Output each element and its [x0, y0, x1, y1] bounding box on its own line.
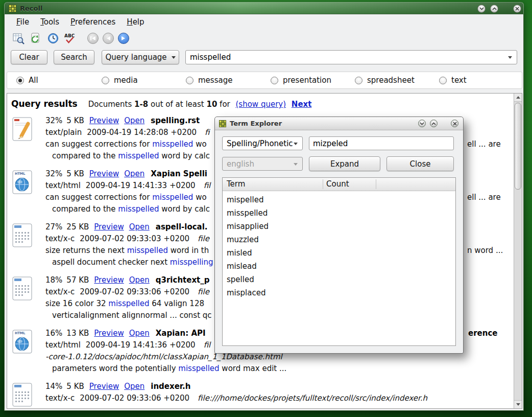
term-row[interactable]: misspelled	[223, 206, 455, 220]
unshade-dialog-button[interactable]	[430, 120, 438, 127]
result-title: Xapian Spelli	[151, 169, 207, 178]
result-title: q3richtext_p	[156, 275, 210, 285]
preview-link[interactable]: Preview	[94, 222, 124, 231]
radio-selected-dot	[18, 79, 22, 82]
open-link[interactable]: Open	[124, 169, 144, 178]
term-row[interactable]: misled	[223, 246, 455, 260]
mime-type: text/html	[45, 340, 81, 350]
radio-text[interactable]	[439, 77, 447, 84]
close-window-button[interactable]	[513, 5, 521, 13]
category-text[interactable]: text	[439, 76, 467, 85]
file-size: 5 KB	[66, 382, 84, 391]
category-message[interactable]: message	[186, 76, 232, 85]
close-dialog-button[interactable]	[451, 120, 458, 127]
update-index-icon[interactable]	[29, 32, 42, 45]
recoll-app-icon	[9, 5, 16, 12]
preview-link[interactable]: Preview	[89, 169, 119, 178]
table-search-icon[interactable]	[12, 32, 25, 45]
scroll-down-arrow[interactable]	[514, 400, 522, 408]
query-language-dropdown[interactable]: Query language	[102, 50, 179, 64]
clear-button[interactable]: Clear	[11, 50, 47, 64]
doc-url: file:///home/dockes/projets/fulltext/rec…	[198, 393, 427, 403]
chevron-down-icon	[479, 7, 484, 10]
menu-file[interactable]: File	[11, 16, 35, 28]
radio-message[interactable]	[186, 77, 194, 84]
term-column-header[interactable]: Term	[227, 178, 245, 191]
menu-tools[interactable]: Tools	[35, 16, 65, 28]
category-all[interactable]: All	[16, 76, 38, 85]
category-presentation[interactable]: presentation	[271, 76, 331, 85]
query-combobox[interactable]	[185, 50, 517, 64]
toolbar: ABC	[5, 29, 523, 48]
header-separator	[323, 179, 323, 189]
page-nav-group	[87, 33, 129, 44]
shade-window-button[interactable]	[477, 5, 486, 13]
snippet-text: aspell document checker next	[52, 258, 170, 267]
open-link[interactable]: Open	[124, 382, 144, 391]
radio-presentation[interactable]	[271, 77, 278, 84]
term-row[interactable]: spelled	[223, 273, 455, 286]
open-link[interactable]: Open	[124, 116, 144, 125]
language-value: english	[227, 159, 254, 169]
scrollbar-thumb[interactable]	[515, 103, 521, 190]
window-title: Recoll	[20, 5, 42, 12]
preview-link[interactable]: Preview	[89, 116, 119, 125]
shade-dialog-button[interactable]	[418, 120, 426, 127]
show-query-link[interactable]: (show query)	[236, 100, 286, 109]
term-cell: misplaced	[227, 288, 265, 297]
next-page-icon[interactable]	[118, 33, 129, 44]
preview-link[interactable]: Preview	[89, 382, 119, 391]
open-link[interactable]: Open	[129, 222, 150, 231]
term-explorer-titlebar[interactable]: Term Explorer	[215, 117, 463, 130]
next-page-link[interactable]: Next	[292, 100, 312, 109]
language-select-disabled: english	[222, 157, 303, 171]
doc-url: fi	[205, 128, 209, 137]
term-row[interactable]: mislead	[223, 260, 455, 273]
menu-preferences[interactable]: Preferences	[65, 16, 121, 28]
file-size: 13 KB	[66, 329, 89, 338]
recoll-app-icon	[219, 120, 226, 127]
snippet-overflow-text: n word ...	[467, 245, 503, 257]
preview-link[interactable]: Preview	[94, 275, 124, 285]
category-spreadsheet[interactable]: spreadsheet	[355, 76, 415, 85]
open-link[interactable]: Open	[129, 329, 150, 338]
preview-link[interactable]: Preview	[94, 329, 124, 338]
prev-page-icon[interactable]	[103, 33, 114, 44]
category-label: All	[29, 76, 38, 85]
results-scrollbar[interactable]	[514, 94, 522, 408]
term-row[interactable]: misapplied	[223, 220, 455, 233]
spellcheck-icon[interactable]: ABC	[64, 32, 77, 45]
triangle-down-icon	[516, 403, 520, 406]
unshade-window-button[interactable]	[490, 5, 498, 13]
snippet-text: compared to the	[52, 151, 118, 160]
first-page-icon[interactable]	[87, 33, 99, 44]
query-input[interactable]	[190, 53, 505, 62]
close-icon	[515, 7, 519, 11]
menu-accel-underline: P	[70, 17, 75, 27]
scroll-up-arrow[interactable]	[514, 94, 522, 102]
history-icon[interactable]	[46, 32, 60, 45]
term-row[interactable]: mispelled	[223, 193, 455, 206]
relevance-percent: 32%	[45, 169, 62, 178]
term-input[interactable]	[309, 136, 454, 150]
window-titlebar[interactable]: Recoll	[4, 2, 524, 14]
expand-button[interactable]: Expand	[309, 156, 380, 171]
term-row[interactable]: misplaced	[223, 286, 455, 299]
count-column-header[interactable]: Count	[326, 178, 349, 191]
source-file-icon	[11, 223, 34, 248]
relevance-percent: 14%	[45, 382, 62, 391]
expansion-mode-select[interactable]: Spelling/Phonetic	[222, 136, 303, 150]
snippet-overflow-text: ell ... are	[467, 138, 501, 150]
radio-media[interactable]	[102, 77, 109, 84]
category-media[interactable]: media	[102, 76, 138, 85]
mime-type: text/plain	[45, 128, 82, 137]
term-row[interactable]: muzzled	[223, 233, 455, 246]
open-link[interactable]: Open	[129, 275, 150, 285]
menu-help[interactable]: Help	[121, 16, 150, 28]
search-button[interactable]: Search	[54, 50, 94, 64]
match-highlight: misspelled	[152, 193, 193, 202]
radio-spreadsheet[interactable]	[355, 77, 362, 84]
svg-text:HTML: HTML	[15, 172, 25, 176]
radio-all[interactable]	[16, 77, 24, 84]
close-button[interactable]: Close	[386, 156, 454, 171]
